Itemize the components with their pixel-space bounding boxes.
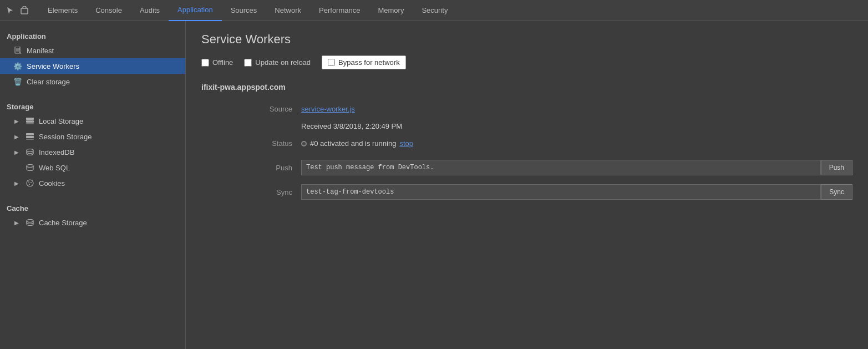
offline-label: Offline: [212, 58, 233, 67]
svg-point-11: [28, 181, 29, 183]
tab-elements[interactable]: Elements: [39, 0, 87, 21]
devtools-icons: [4, 5, 30, 16]
service-workers-label: Service Workers: [27, 62, 179, 70]
svg-rect-0: [21, 8, 28, 14]
cookies-arrow: ▶: [13, 180, 20, 186]
offline-checkbox[interactable]: [201, 59, 209, 67]
offline-checkbox-item[interactable]: Offline: [201, 58, 233, 67]
session-storage-arrow: ▶: [13, 133, 20, 140]
application-section-label: Application: [0, 26, 185, 43]
cache-storage-icon: [26, 218, 34, 227]
sidebar-item-manifest[interactable]: Manifest: [0, 43, 185, 58]
sidebar-item-web-sql[interactable]: ▶ Web SQL: [0, 160, 185, 175]
sidebar-item-cache-storage[interactable]: ▶ Cache Storage: [0, 215, 185, 230]
status-value: #0 activated and is running stop: [301, 135, 852, 152]
svg-rect-6: [26, 136, 34, 138]
svg-rect-2: [26, 118, 34, 120]
update-on-reload-checkbox-item[interactable]: Update on reload: [244, 58, 311, 67]
svg-rect-4: [26, 123, 34, 124]
info-grid: Source service-worker.js Received 3/8/20…: [246, 100, 852, 152]
indexeddb-arrow: ▶: [13, 149, 20, 155]
checkboxes-row: Offline Update on reload Bypass for netw…: [201, 55, 852, 69]
tab-memory[interactable]: Memory: [369, 0, 413, 21]
cookies-icon: [26, 179, 34, 188]
domain-row: ifixit-pwa.appspot.com: [201, 83, 852, 92]
sidebar-item-indexeddb[interactable]: ▶ IndexedDB: [0, 144, 185, 160]
status-text: #0 activated and is running: [310, 139, 396, 148]
sidebar-item-session-storage[interactable]: ▶ Session Storage: [0, 129, 185, 144]
tab-sources[interactable]: Sources: [222, 0, 266, 21]
tab-console[interactable]: Console: [87, 0, 131, 21]
session-storage-icon: [26, 132, 34, 141]
sync-button[interactable]: Sync: [821, 184, 852, 200]
sidebar-item-service-workers[interactable]: ⚙️ Service Workers: [0, 58, 185, 74]
svg-rect-3: [26, 120, 34, 123]
sync-row: Sync Sync: [246, 181, 852, 203]
svg-point-14: [27, 220, 33, 222]
local-storage-label: Local Storage: [39, 117, 179, 125]
tab-application[interactable]: Application: [169, 0, 222, 21]
tab-audits[interactable]: Audits: [131, 0, 169, 21]
push-row: Push Push: [246, 156, 852, 179]
tab-performance[interactable]: Performance: [310, 0, 369, 21]
content-panel: Service Workers Offline Update on reload…: [186, 21, 868, 349]
push-input[interactable]: [301, 160, 821, 175]
box-icon[interactable]: [19, 5, 30, 16]
sidebar-item-clear-storage[interactable]: 🗑️ Clear storage: [0, 74, 185, 89]
push-button[interactable]: Push: [821, 160, 852, 175]
sidebar: Application Manifest ⚙️ Service Workers …: [0, 21, 186, 349]
svg-point-10: [27, 180, 33, 186]
bypass-for-network-checkbox[interactable]: [328, 59, 335, 66]
stop-link[interactable]: stop: [399, 139, 413, 148]
local-storage-arrow: ▶: [13, 118, 20, 124]
svg-point-13: [29, 184, 30, 185]
svg-rect-7: [26, 139, 34, 140]
session-storage-label: Session Storage: [39, 133, 179, 141]
clear-storage-label: Clear storage: [27, 78, 179, 86]
local-storage-icon: [26, 117, 34, 125]
sidebar-item-local-storage[interactable]: ▶ Local Storage: [0, 113, 185, 129]
cookies-label: Cookies: [39, 179, 179, 188]
update-on-reload-checkbox[interactable]: [244, 59, 252, 67]
bypass-for-network-label: Bypass for network: [338, 58, 400, 67]
manifest-icon: [13, 46, 22, 55]
bypass-for-network-box[interactable]: Bypass for network: [322, 55, 406, 69]
svg-rect-5: [26, 133, 34, 135]
cache-storage-arrow: ▶: [13, 219, 20, 226]
domain-text: ifixit-pwa.appspot.com: [201, 83, 286, 92]
source-link[interactable]: service-worker.js: [301, 105, 355, 113]
web-sql-label: Web SQL: [39, 164, 179, 172]
svg-point-9: [27, 165, 33, 168]
indexeddb-label: IndexedDB: [39, 148, 179, 156]
cache-storage-label: Cache Storage: [39, 219, 179, 227]
source-label: Source: [246, 100, 301, 118]
source-value: service-worker.js: [301, 100, 852, 118]
web-sql-icon: [26, 163, 34, 172]
tab-security[interactable]: Security: [413, 0, 456, 21]
sync-label: Sync: [246, 181, 301, 203]
status-dot: [301, 141, 307, 146]
sidebar-item-cookies[interactable]: ▶ Cookies: [0, 175, 185, 191]
tab-network[interactable]: Network: [266, 0, 310, 21]
status-label: Status: [246, 135, 301, 152]
cursor-icon[interactable]: [4, 5, 16, 16]
cache-section-label: Cache: [0, 198, 185, 215]
manifest-label: Manifest: [27, 47, 179, 55]
service-workers-icon: ⚙️: [13, 62, 22, 70]
storage-section-label: Storage: [0, 96, 185, 113]
received-spacer: [246, 118, 301, 135]
panel-title: Service Workers: [201, 32, 852, 47]
update-on-reload-label: Update on reload: [255, 58, 311, 67]
svg-point-8: [27, 149, 33, 152]
push-label: Push: [246, 156, 301, 179]
clear-storage-icon: 🗑️: [13, 77, 22, 86]
main-area: Application Manifest ⚙️ Service Workers …: [0, 21, 868, 349]
received-value: Received 3/8/2018, 2:20:49 PM: [301, 118, 852, 135]
svg-point-12: [31, 182, 32, 183]
indexeddb-icon: [26, 148, 34, 156]
sync-input[interactable]: [301, 184, 821, 200]
tab-bar: Elements Console Audits Application Sour…: [0, 0, 868, 21]
